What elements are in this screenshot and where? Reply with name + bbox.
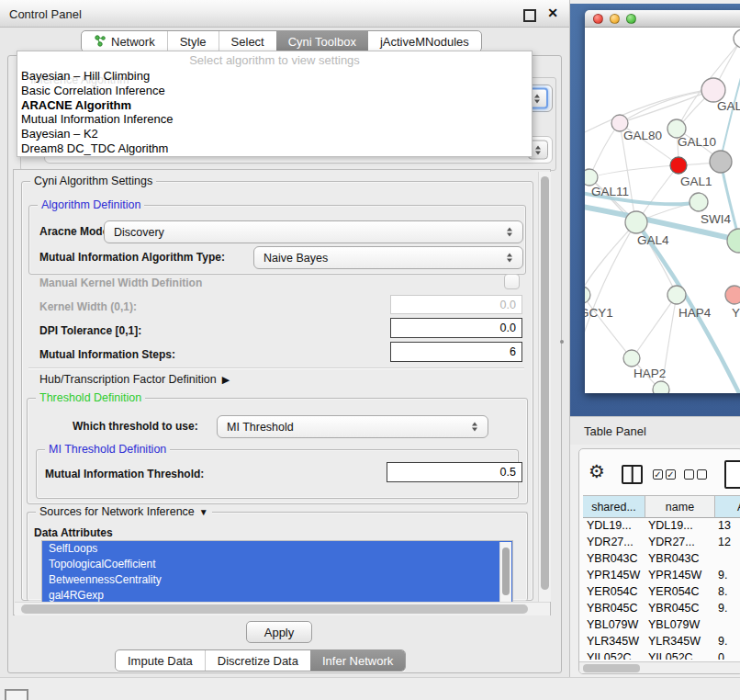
table-row[interactable]: YIL052CYIL052C0. xyxy=(583,649,740,660)
settings-vertical-scrollbar[interactable] xyxy=(538,172,551,602)
table-row[interactable]: YLR345WYLR345W9. xyxy=(583,633,740,649)
algorithm-option[interactable]: Basic Correlation Inference xyxy=(19,84,530,98)
network-node-label: GAL1 xyxy=(680,175,712,188)
which-threshold-value: MI Threshold xyxy=(227,421,294,434)
zoom-traffic-light-icon[interactable] xyxy=(626,14,636,24)
aracne-mode-value: Discovery xyxy=(114,226,164,239)
table-cell: YDL19... xyxy=(645,517,715,534)
split-pane-handle[interactable] xyxy=(560,340,564,344)
column-header-clipped[interactable]: A xyxy=(715,496,740,518)
control-panel-window: Control Panel ✕ Network Style Select Cyn… xyxy=(0,0,570,677)
minimized-panel-icon[interactable] xyxy=(5,689,28,700)
apply-button[interactable]: Apply xyxy=(246,621,312,643)
network-icon xyxy=(94,34,107,50)
tab-style-label: Style xyxy=(180,35,207,49)
hub-definition-label: Hub/Transcription Factor Definition xyxy=(39,373,217,386)
network-node-label: Y xyxy=(732,306,740,320)
tab-select-label: Select xyxy=(231,35,264,49)
network-node[interactable] xyxy=(727,229,740,253)
algorithm-option-list: Bayesian – Hill ClimbingBasic Correlatio… xyxy=(19,69,530,156)
network-node[interactable] xyxy=(670,157,687,174)
network-node[interactable] xyxy=(653,381,669,393)
settings-vertical-scrollbar-thumb[interactable] xyxy=(541,176,549,590)
sources-title-toggle[interactable]: Sources for Network Inference▼ xyxy=(36,505,212,518)
manual-kernel-width-checkbox[interactable] xyxy=(504,274,520,289)
settings-horizontal-scrollbar[interactable] xyxy=(15,602,550,615)
deselect-all-columns-icon[interactable] xyxy=(684,469,707,480)
tab-impute-data[interactable]: Impute Data xyxy=(116,650,206,671)
network-node[interactable] xyxy=(667,286,686,304)
close-icon[interactable]: ✕ xyxy=(547,6,558,20)
network-edge xyxy=(589,165,677,177)
attributes-scrollbar-thumb[interactable] xyxy=(502,548,510,595)
float-window-icon[interactable] xyxy=(523,9,536,22)
minimize-traffic-light-icon[interactable] xyxy=(610,14,620,24)
table-cell: YBR045C xyxy=(645,600,715,616)
network-node[interactable] xyxy=(585,169,598,186)
data-attribute-option[interactable]: SelfLoops xyxy=(42,541,512,557)
network-canvas[interactable]: GALGAL80GAL10GAL1GAL11SWI4GAL4GCY1HAP4YH… xyxy=(585,28,740,393)
tab-network[interactable]: Network xyxy=(82,31,168,51)
mi-algorithm-type-value: Naive Bayes xyxy=(263,252,328,265)
data-attribute-option[interactable]: BetweennessCentrality xyxy=(42,572,512,588)
settings-horizontal-scrollbar-thumb[interactable] xyxy=(21,604,528,614)
aracne-mode-combobox[interactable]: Discovery xyxy=(104,220,523,243)
tab-select[interactable]: Select xyxy=(219,31,277,51)
table-horizontal-scrollbar[interactable] xyxy=(579,661,740,674)
network-node-label: GAL10 xyxy=(678,135,716,149)
column-header-shared-name[interactable]: shared... xyxy=(583,496,645,518)
expand-right-icon[interactable]: ▶ xyxy=(222,374,230,386)
data-attribute-option[interactable]: TopologicalCoefficient xyxy=(42,557,512,572)
network-node[interactable] xyxy=(623,350,640,367)
algorithm-option[interactable]: Mutual Information Inference xyxy=(19,112,530,127)
mi-steps-field[interactable] xyxy=(390,342,522,362)
expand-down-icon[interactable]: ▼ xyxy=(199,507,208,517)
mi-threshold-field[interactable] xyxy=(387,462,522,482)
which-threshold-combobox[interactable]: MI Threshold xyxy=(217,415,488,438)
table-row[interactable]: YBL079WYBL079W xyxy=(583,616,740,633)
gear-icon[interactable]: ⚙ xyxy=(589,462,605,480)
network-node[interactable] xyxy=(690,193,708,211)
network-window-titlebar[interactable] xyxy=(585,10,740,28)
network-node[interactable] xyxy=(625,211,647,233)
tab-jactivemnodules[interactable]: jActiveMNodules xyxy=(368,31,481,51)
attributes-scrollbar[interactable] xyxy=(499,542,511,604)
manual-kernel-width-label: Manual Kernel Width Definition xyxy=(39,277,202,289)
table-cell: YBR045C xyxy=(583,600,645,616)
tab-cyni-toolbox[interactable]: Cyni Toolbox xyxy=(276,31,368,51)
table-cell: YPR145W xyxy=(645,567,715,583)
table-row[interactable]: YER054CYER054C8. xyxy=(583,583,740,600)
table-row[interactable]: YPR145WYPR145W9. xyxy=(583,567,740,583)
network-node[interactable] xyxy=(710,151,732,173)
tab-infer-network[interactable]: Infer Network xyxy=(310,650,405,671)
network-node[interactable] xyxy=(585,287,590,303)
export-table-icon[interactable] xyxy=(724,460,740,489)
tab-discretize-data[interactable]: Discretize Data xyxy=(206,650,311,671)
tab-jactivemnodules-label: jActiveMNodules xyxy=(380,35,469,49)
mi-algorithm-type-combobox[interactable]: Naive Bayes xyxy=(253,246,523,269)
close-traffic-light-icon[interactable] xyxy=(593,14,603,24)
table-cell: YER054C xyxy=(583,583,645,600)
table-body: YDL19...YDL19...13YDR27...YDR27...12YBR0… xyxy=(583,517,740,660)
algorithm-option[interactable]: Dream8 DC_TDC Algorithm xyxy=(19,141,530,156)
column-header-name[interactable]: name xyxy=(645,496,715,518)
columns-icon[interactable] xyxy=(622,465,643,484)
network-node[interactable] xyxy=(725,286,740,304)
algorithm-option[interactable]: Bayesian – Hill Climbing xyxy=(19,69,530,84)
network-node[interactable] xyxy=(734,29,740,48)
table-row[interactable]: YBR043CYBR043C xyxy=(583,550,740,567)
table-row[interactable]: YBR045CYBR045C9. xyxy=(583,600,740,616)
data-attributes-list[interactable]: SelfLoopsTopologicalCoefficientBetweenne… xyxy=(41,540,513,606)
dpi-tolerance-field[interactable] xyxy=(390,318,522,338)
table-row[interactable]: YDR27...YDR27...12 xyxy=(583,534,740,550)
algorithm-option[interactable]: Bayesian – K2 xyxy=(19,127,530,141)
select-all-columns-icon[interactable]: ✓ ✓ xyxy=(653,469,676,480)
tab-style[interactable]: Style xyxy=(168,31,219,51)
table-horizontal-scrollbar-thumb[interactable] xyxy=(583,664,640,672)
algorithm-option[interactable]: ARACNE Algorithm xyxy=(19,98,530,113)
kernel-width-field[interactable] xyxy=(390,295,522,314)
table-row[interactable]: YDL19...YDL19...13 xyxy=(583,517,740,534)
combobox-stepper-icon xyxy=(500,249,519,266)
table-panel-titlebar: Table Panel xyxy=(570,416,740,445)
hub-definition-toggle[interactable]: Hub/Transcription Factor Definition▶ xyxy=(39,373,230,386)
